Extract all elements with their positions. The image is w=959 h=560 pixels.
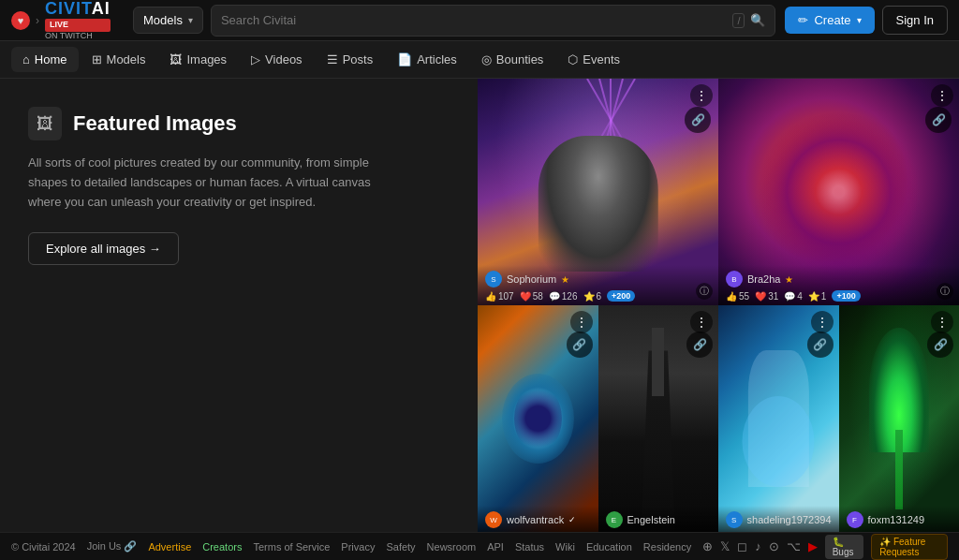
footer-wiki[interactable]: Wiki — [555, 541, 575, 553]
nav-item-images[interactable]: 🖼 Images — [158, 47, 238, 72]
image-card-stairs[interactable]: ⋮ 🔗 E Engelstein — [598, 305, 719, 532]
posts-icon: ☰ — [327, 52, 338, 66]
nav-item-posts[interactable]: ☰ Posts — [316, 47, 385, 72]
logo-sub: LIVE ON TWITCH — [45, 19, 111, 41]
card-bottom-overlay: W wolfvantrack ✓ — [478, 506, 598, 532]
username: Bra2ha — [747, 273, 780, 285]
card-stats: 👍55 ❤️31 💬4 ⭐1 +100 — [726, 290, 952, 302]
logo-heart-icon[interactable]: ♥ — [11, 11, 30, 30]
info-button[interactable]: ⓘ — [937, 283, 953, 300]
image-card-rose[interactable]: ⋮ 🔗 B Bra2ha ★ 👍55 ❤️31 💬4 ⭐1 +100 — [718, 79, 959, 305]
card-menu-button[interactable]: ⋮ — [931, 84, 953, 107]
avatar: S — [485, 271, 502, 287]
footer-status[interactable]: Status — [515, 541, 544, 553]
card-link-button[interactable]: 🔗 — [686, 332, 713, 358]
footer-api[interactable]: API — [487, 541, 504, 553]
image-icon: 🖼 — [170, 52, 182, 66]
logo-chevron[interactable]: › — [36, 14, 39, 27]
search-area: Models ▾ / 🔍 — [133, 5, 775, 37]
card-bottom-overlay: F foxm131249 — [839, 506, 960, 532]
nav-item-home[interactable]: ⌂ Home — [11, 47, 79, 72]
feature-requests-button[interactable]: ✨ Feature Requests — [871, 534, 948, 560]
youtube-icon[interactable]: ▶ — [808, 539, 818, 553]
footer-tos[interactable]: Terms of Service — [253, 541, 330, 553]
top-actions: ✏ Create ▾ Sign In — [785, 6, 948, 35]
live-badge: LIVE — [45, 19, 111, 32]
footer-education[interactable]: Education — [586, 541, 632, 553]
logo-area: ♥ › CIVITAI LIVE ON TWITCH — [11, 0, 124, 41]
nav-bar: ⌂ Home ⊞ Models 🖼 Images ▷ Videos ☰ Post… — [0, 41, 959, 79]
card-bottom-overlay: S shadeling1972394 — [718, 506, 839, 532]
instagram-icon[interactable]: ◻ — [737, 539, 747, 553]
bugs-button[interactable]: 🐛 Bugs — [825, 535, 863, 559]
nav-label-events: Events — [583, 52, 620, 66]
search-box: / 🔍 — [211, 5, 776, 37]
card-bottom-overlay: S Sophorium ★ 👍107 ❤️58 💬126 ⭐6 +200 — [478, 265, 718, 305]
footer-creators[interactable]: Creators — [202, 541, 242, 553]
nav-item-events[interactable]: ⬡ Events — [556, 47, 631, 72]
model-select[interactable]: Models ▾ — [133, 7, 203, 34]
featured-image-icon: 🖼 — [28, 107, 62, 140]
tiktok-icon[interactable]: ♪ — [755, 539, 761, 553]
card-menu-button[interactable]: ⋮ — [570, 311, 593, 333]
stars-stat: ⭐6 — [583, 291, 602, 302]
card-link-button[interactable]: 🔗 — [807, 332, 834, 358]
buzz-badge: +100 — [832, 290, 860, 302]
card-link-button[interactable]: 🔗 — [685, 107, 711, 133]
reddit-icon[interactable]: ⊙ — [769, 539, 779, 553]
card-menu-button[interactable]: ⋮ — [690, 311, 713, 333]
likes-stat: 👍55 — [726, 291, 749, 302]
username: wolfvantrack — [507, 514, 564, 525]
nav-label-bounties: Bounties — [496, 52, 544, 66]
search-icon[interactable]: 🔍 — [750, 13, 765, 27]
footer-advertise[interactable]: Advertise — [148, 541, 191, 553]
card-link-button[interactable]: 🔗 — [927, 332, 953, 358]
search-input[interactable] — [221, 13, 733, 27]
avatar: W — [485, 511, 502, 528]
avatar: B — [726, 271, 743, 287]
footer-safety[interactable]: Safety — [386, 541, 415, 553]
featured-title: Featured Images — [73, 111, 237, 136]
footer-join-us[interactable]: Join Us 🔗 — [87, 540, 138, 553]
image-card-man-cat[interactable]: ⋮ 🔗 S Sophorium ★ 👍107 ❤️58 💬126 ⭐6 +200 — [478, 79, 718, 305]
card-menu-button[interactable]: ⋮ — [690, 84, 713, 107]
footer-copyright: © Civitai 2024 — [11, 541, 76, 553]
image-card-eye[interactable]: ⋮ 🔗 W wolfvantrack ✓ — [478, 305, 598, 532]
avatar: F — [847, 511, 863, 528]
comments-stat: 💬126 — [549, 291, 578, 302]
nav-item-bounties[interactable]: ◎ Bounties — [470, 47, 555, 72]
card-bottom-overlay: E Engelstein — [598, 506, 719, 532]
create-button[interactable]: ✏ Create ▾ — [785, 7, 874, 34]
footer-residency[interactable]: Residency — [643, 541, 691, 553]
nav-label-videos: Videos — [265, 52, 302, 66]
explore-label: Explore all images → — [46, 242, 161, 256]
articles-icon: 📄 — [397, 52, 412, 66]
card-menu-button[interactable]: ⋮ — [811, 311, 834, 333]
image-card-mushroom[interactable]: ⋮ 🔗 F foxm131249 — [839, 305, 960, 532]
user-verified: ✓ — [568, 515, 576, 524]
card-menu-button[interactable]: ⋮ — [931, 311, 953, 333]
github-icon[interactable]: ⌥ — [787, 539, 801, 553]
nav-item-articles[interactable]: 📄 Articles — [386, 47, 468, 72]
card-link-button[interactable]: 🔗 — [567, 332, 593, 358]
nav-item-videos[interactable]: ▷ Videos — [240, 47, 314, 72]
user-badge: ★ — [785, 274, 793, 285]
image-card-castle[interactable]: ⋮ 🔗 S shadeling1972394 — [718, 305, 839, 532]
live-label: ON TWITCH — [45, 32, 111, 41]
twitter-icon[interactable]: 𝕏 — [720, 539, 730, 553]
footer-newsroom[interactable]: Newsroom — [427, 541, 477, 553]
info-button[interactable]: ⓘ — [696, 283, 713, 300]
discord-icon[interactable]: ⊕ — [702, 539, 713, 553]
footer-privacy[interactable]: Privacy — [341, 541, 375, 553]
sign-in-button[interactable]: Sign In — [882, 6, 948, 35]
footer: © Civitai 2024 Join Us 🔗 Advertise Creat… — [0, 532, 959, 560]
card-link-button[interactable]: 🔗 — [925, 107, 952, 133]
nav-label-posts: Posts — [343, 52, 374, 66]
explore-all-images-button[interactable]: Explore all images → — [28, 232, 179, 265]
stars-stat: ⭐1 — [808, 291, 827, 302]
card-user-info: S Sophorium ★ — [485, 271, 711, 287]
nav-item-models[interactable]: ⊞ Models — [81, 47, 157, 72]
video-icon: ▷ — [251, 52, 260, 66]
card-top-overlay: ⋮ — [718, 79, 959, 112]
logo-text: CIVITAI — [45, 0, 111, 19]
